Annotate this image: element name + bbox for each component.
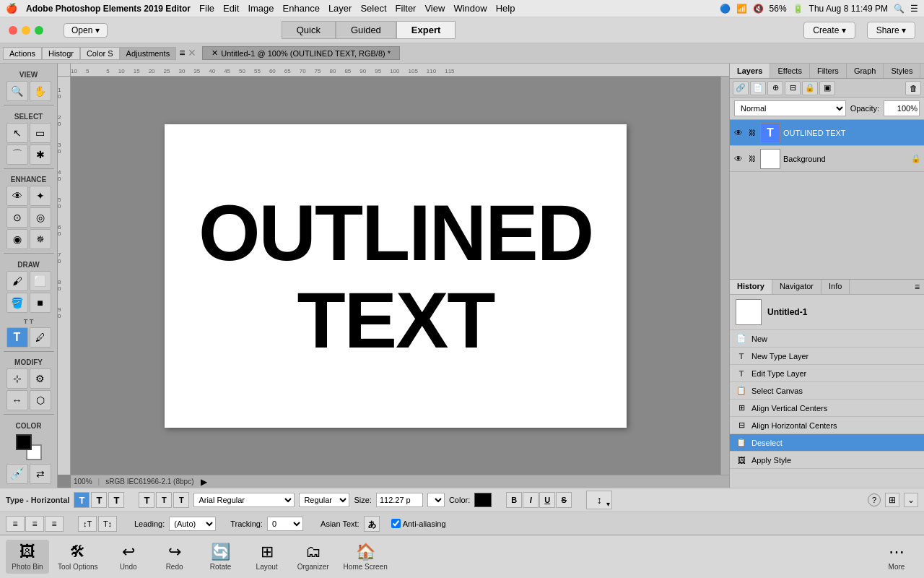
lower-panel-options[interactable]: ≡ (910, 280, 924, 294)
panel-tab-adjustments[interactable]: Adjustments (120, 47, 177, 60)
doc-tab-close[interactable]: ✕ (212, 48, 218, 58)
align-right-btn[interactable]: ≡ (45, 516, 64, 532)
move-tool[interactable]: ↖ (6, 123, 28, 143)
direction-btn[interactable]: ↕ ▾ (586, 491, 612, 509)
align-left-btn[interactable]: ≡ (6, 516, 25, 532)
link-layers-btn[interactable]: 🔗 (733, 81, 749, 95)
organizer-tool[interactable]: 🗂 Organizer (292, 540, 335, 574)
history-item-select-canvas[interactable]: 📋 Select Canvas (730, 382, 924, 400)
history-item-edit-type-layer[interactable]: T Edit Type Layer (730, 365, 924, 382)
tab-effects[interactable]: Effects (770, 64, 809, 78)
history-item-new-type-layer[interactable]: T New Type Layer (730, 348, 924, 365)
type-mask-btn[interactable]: T (108, 492, 124, 508)
menu-view[interactable]: View (424, 3, 445, 14)
maximize-btn[interactable] (35, 26, 43, 35)
color-picker[interactable] (474, 493, 492, 507)
tracking-select[interactable]: 0 (267, 517, 303, 531)
tab-filters[interactable]: Filters (810, 64, 847, 78)
fill-btn[interactable]: ▣ (819, 81, 835, 95)
eraser-tool[interactable]: ⬜ (30, 271, 51, 291)
font-select[interactable]: Arial Regular (193, 493, 295, 507)
menu-file[interactable]: File (199, 3, 214, 14)
history-item-deselect[interactable]: 📋 Deselect (730, 434, 924, 452)
strikethrough-btn[interactable]: S (556, 492, 572, 508)
redo-tool[interactable]: ↪ Redo (153, 540, 196, 574)
sponge-tool[interactable]: ◉ (6, 229, 28, 249)
perspective-tool[interactable]: ⬡ (30, 390, 51, 410)
type-vertical-btn[interactable]: T (91, 492, 107, 508)
smart-brush-tool[interactable]: ✵ (30, 229, 51, 249)
fg-color-swatch[interactable] (16, 434, 32, 450)
expand-btn[interactable]: ⌄ (904, 493, 918, 507)
new-layer-btn[interactable]: 📄 (750, 81, 766, 95)
paint-bucket-tool[interactable]: 🪣 (6, 293, 28, 313)
paint-tool[interactable]: 🖊 (30, 327, 51, 348)
history-item-align-horizontal[interactable]: ⊟ Align Horizontal Centers (730, 417, 924, 434)
menu-help[interactable]: Help (496, 3, 515, 14)
quick-select-tool[interactable]: ✱ (30, 144, 51, 165)
blend-mode-select[interactable]: Normal Multiply Screen (734, 100, 846, 116)
leading-select[interactable]: (Auto) (169, 517, 216, 531)
panel-tab-histogr[interactable]: Histogr (42, 47, 80, 60)
canvas-menu-icon[interactable]: ▶ (201, 477, 207, 487)
lasso-tool[interactable]: ⌒ (6, 144, 28, 165)
vertical-type-btn1[interactable]: ↕T (78, 516, 97, 532)
menu-image[interactable]: Image (248, 3, 274, 14)
tab-layers[interactable]: Layers (730, 64, 770, 78)
type-horizontal-btn[interactable]: T (74, 492, 90, 508)
tab-styles[interactable]: Styles (884, 64, 920, 78)
shape-tool[interactable]: ■ (30, 293, 51, 313)
apple-menu[interactable]: 🍎 (6, 3, 17, 14)
menu-enhance[interactable]: Enhance (283, 3, 320, 14)
marquee-tool[interactable]: ▭ (30, 123, 51, 143)
hand-tool[interactable]: ✋ (30, 81, 51, 101)
healing-tool[interactable]: ✦ (30, 186, 51, 206)
history-item-align-vertical[interactable]: ⊞ Align Vertical Centers (730, 400, 924, 417)
vertical-type-btn2[interactable]: T↕ (98, 516, 117, 532)
create-button[interactable]: Create ▾ (803, 22, 855, 39)
brush-tool[interactable]: 🖌 (6, 271, 28, 291)
panel-tab-colors[interactable]: Color S (80, 47, 120, 60)
help-icon[interactable]: ? (868, 493, 881, 506)
layer-visibility-2[interactable]: 👁 (733, 153, 744, 165)
photo-bin-tool[interactable]: 🖼 Photo Bin (6, 540, 49, 574)
type-tool[interactable]: T (6, 327, 28, 348)
minimize-btn[interactable] (22, 26, 30, 35)
tab-graph[interactable]: Graph (847, 64, 884, 78)
rotate-tool[interactable]: 🔄 Rotate (199, 540, 243, 574)
color-swap[interactable]: ⇄ (30, 464, 51, 484)
anti-alias-checkbox[interactable] (391, 519, 401, 528)
straighten-tool[interactable]: ↔ (6, 390, 28, 410)
lock-btn[interactable]: 🔒 (802, 81, 818, 95)
layout-tool[interactable]: ⊞ Layout (245, 540, 289, 574)
asian-text-btn[interactable]: ぁ (364, 516, 380, 532)
opacity-input[interactable] (884, 100, 920, 116)
type-v-mask-btn[interactable]: T (139, 492, 154, 508)
undo-tool[interactable]: ↩ Undo (107, 540, 150, 574)
menu-window[interactable]: Window (453, 3, 487, 14)
tab-expert[interactable]: Expert (396, 21, 456, 39)
tab-navigator[interactable]: Navigator (772, 280, 821, 294)
tab-info[interactable]: Info (821, 280, 850, 294)
underline-btn[interactable]: U (539, 492, 555, 508)
layer-item-outlined-text[interactable]: 👁 ⛓ T OUTLINED TEXT (730, 120, 924, 146)
tab-guided[interactable]: Guided (336, 21, 396, 39)
scroll-right[interactable] (720, 77, 729, 475)
menu-layer[interactable]: Layer (328, 3, 352, 14)
clone-tool[interactable]: ⊙ (6, 207, 28, 228)
italic-btn[interactable]: I (523, 492, 539, 508)
zoom-tool[interactable]: 🔍 (6, 81, 28, 101)
align-center-btn[interactable]: ≡ (25, 516, 44, 532)
recompose-tool[interactable]: ⚙ (30, 368, 51, 389)
tool-options-tool[interactable]: 🛠 Tool Options (52, 540, 104, 574)
share-button[interactable]: Share ▾ (867, 22, 915, 39)
mask-btn[interactable]: ⊟ (785, 81, 801, 95)
layer-visibility-1[interactable]: 👁 (733, 127, 744, 139)
size-input[interactable] (376, 493, 423, 507)
panel-close-icon[interactable]: ✕ (188, 47, 196, 60)
bold-btn[interactable]: B (506, 492, 522, 508)
history-item-apply-style[interactable]: 🖼 Apply Style (730, 452, 924, 469)
panel-menu-icon[interactable]: ≡ (179, 47, 185, 60)
history-item-new[interactable]: 📄 New (730, 330, 924, 348)
red-eye-tool[interactable]: 👁 (6, 186, 28, 206)
